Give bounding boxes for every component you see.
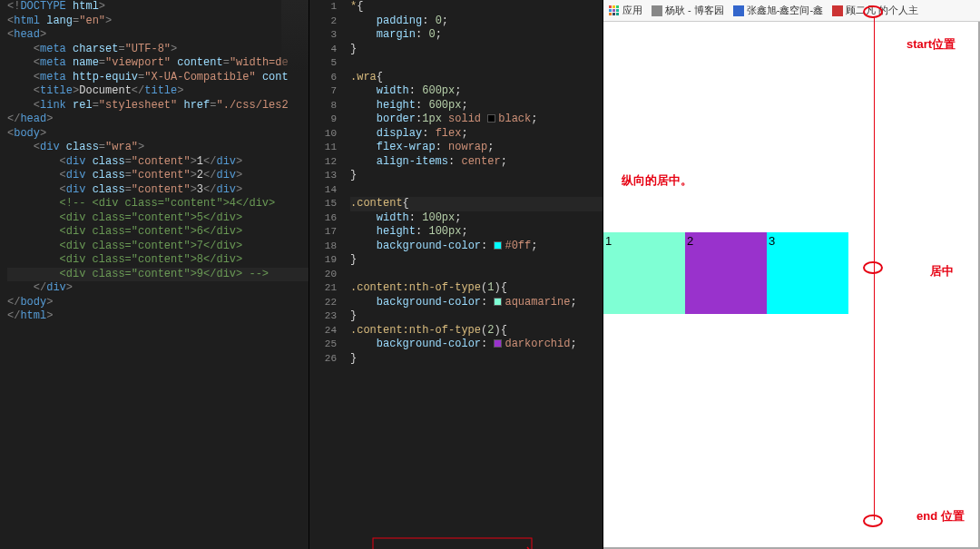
annotation-arrow <box>309 366 603 549</box>
content-box-2: 2 <box>685 232 767 314</box>
apps-icon <box>609 5 620 16</box>
minimap <box>281 0 309 73</box>
svg-rect-2 <box>373 538 532 549</box>
bookmarks-bar[interactable]: 应用 杨耿 - 博客园 张鑫旭-鑫空间-鑫 顾二凡 的个人主 <box>603 0 980 22</box>
css-code[interactable]: *{ padding: 0; margin: 0;} .wra{ width: … <box>309 0 603 366</box>
favicon-icon <box>652 5 662 16</box>
annotation-end: end 位置 <box>916 508 965 524</box>
bookmark-item[interactable]: 杨耿 - 博客园 <box>652 4 724 17</box>
annotation-vertical-center: 纵向的居中。 <box>622 172 692 189</box>
rendered-page: 1 2 3 <box>603 22 980 549</box>
apps-button[interactable]: 应用 <box>609 4 642 17</box>
annotation-start: start位置 <box>906 36 956 53</box>
annotation-center: 居中 <box>930 263 954 279</box>
content-box-3: 3 <box>767 232 848 314</box>
annotation-end-marker <box>863 515 883 527</box>
bookmark-item[interactable]: 张鑫旭-鑫空间-鑫 <box>733 4 823 17</box>
favicon-icon <box>832 5 843 16</box>
wra-flex-container: 1 2 3 <box>603 232 848 314</box>
html-code[interactable]: <!DOCTYPE html><html lang="en"><head> <m… <box>0 0 309 324</box>
favicon-icon <box>733 5 744 16</box>
css-editor-pane[interactable]: 1234567891011121314151617181920212223242… <box>309 0 603 549</box>
annotation-center-marker <box>863 261 883 274</box>
html-editor-pane[interactable]: <!DOCTYPE html><html lang="en"><head> <m… <box>0 0 309 549</box>
line-gutter: 1234567891011121314151617181920212223242… <box>309 0 346 549</box>
content-box-1: 1 <box>603 232 685 314</box>
browser-preview-pane: 应用 杨耿 - 博客园 张鑫旭-鑫空间-鑫 顾二凡 的个人主 1 2 3 纵向的… <box>603 0 980 549</box>
annotation-start-marker <box>863 5 883 18</box>
apps-label: 应用 <box>622 4 642 17</box>
